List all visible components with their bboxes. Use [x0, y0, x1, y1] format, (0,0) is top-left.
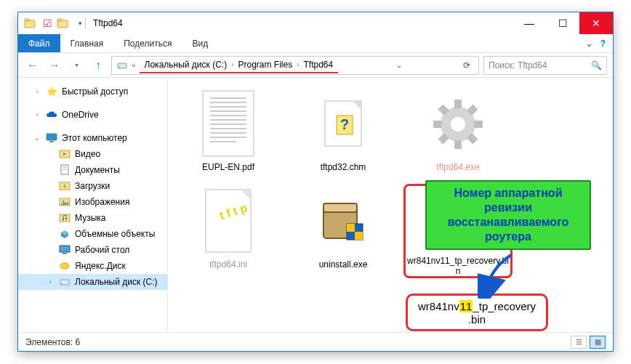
- crumb-program-files[interactable]: Program Files: [236, 60, 294, 70]
- svg-rect-59: [347, 224, 355, 232]
- back-button[interactable]: ←: [24, 57, 41, 74]
- svg-rect-60: [355, 232, 363, 240]
- nav-label: Изображения: [75, 197, 129, 207]
- nav-quick-access[interactable]: › ⭐ Быстрый доступ: [18, 84, 167, 100]
- svg-rect-7: [49, 141, 54, 142]
- nav-label: Яндекс.Диск: [75, 261, 126, 271]
- ribbon-controls: ⌄ ?: [585, 34, 613, 52]
- pc-icon: [46, 132, 57, 144]
- music-icon: [59, 212, 71, 224]
- nav-label: Этот компьютер: [62, 133, 127, 143]
- svg-rect-26: [61, 283, 63, 284]
- svg-point-18: [65, 218, 67, 219]
- nav-yandex-disk[interactable]: Яндекс.Диск: [18, 258, 167, 274]
- window-controls: — ☐ ✕: [513, 12, 613, 34]
- nav-local-disk-c[interactable]: › Локальный диск (C:): [18, 274, 167, 290]
- pictures-icon: [59, 196, 71, 208]
- large-icons-view-button[interactable]: ▦: [590, 336, 606, 349]
- ini-icon: t f t p: [193, 187, 263, 256]
- tab-file[interactable]: Файл: [18, 34, 60, 52]
- recent-locations-button[interactable]: ▾: [68, 57, 85, 74]
- documents-icon: [59, 164, 71, 176]
- cloud-icon: [46, 109, 57, 121]
- search-input[interactable]: Поиск: Tftpd64 🔍: [483, 56, 607, 75]
- svg-rect-47: [474, 121, 483, 128]
- svg-rect-3: [57, 19, 62, 21]
- cube-icon: [59, 228, 71, 240]
- crumb-local-disk[interactable]: Локальный диск (C:): [142, 60, 230, 70]
- downloads-icon: [59, 180, 71, 192]
- maximize-button[interactable]: ☐: [546, 12, 579, 34]
- tab-share[interactable]: Поделиться: [113, 34, 182, 52]
- star-icon: ⭐: [46, 86, 57, 97]
- address-history-dropdown[interactable]: ⌄: [393, 61, 406, 69]
- filename-ext: .bin: [468, 313, 486, 325]
- qat-menu-caret-icon[interactable]: ▾: [79, 20, 82, 27]
- svg-rect-57: [323, 203, 357, 212]
- nav-label: Видео: [75, 149, 100, 159]
- svg-rect-27: [203, 91, 254, 156]
- navigation-pane: › ⭐ Быстрый доступ › OneDrive ⌄ Этот ком…: [18, 78, 168, 332]
- gear-icon: [423, 89, 493, 159]
- svg-rect-22: [60, 246, 70, 252]
- filename-prefix: wr841nv: [418, 300, 459, 312]
- file-tftpd64-ini[interactable]: t f t p tftpd64.ini: [174, 184, 283, 278]
- file-tftpd32-chm[interactable]: ? tftpd32.chm: [289, 86, 398, 181]
- close-button[interactable]: ✕: [579, 12, 613, 34]
- file-eupl-pdf[interactable]: EUPL-EN.pdf: [174, 86, 283, 181]
- annotation-arrow-icon: [478, 254, 518, 299]
- help-icon[interactable]: ?: [600, 39, 606, 49]
- nav-label: Загрузки: [75, 181, 110, 191]
- tab-home[interactable]: Главная: [60, 34, 114, 52]
- minimize-button[interactable]: —: [513, 12, 546, 34]
- file-tftpd64-exe[interactable]: tftpd64.exe: [403, 86, 513, 181]
- search-placeholder: Поиск: Tftpd64: [489, 60, 547, 70]
- tab-view[interactable]: Вид: [182, 34, 218, 52]
- status-elements-count: Элементов: 6: [25, 337, 80, 347]
- search-icon: 🔍: [591, 60, 602, 70]
- uninstall-icon: [308, 187, 378, 256]
- chevron-right-icon[interactable]: ›: [33, 111, 41, 118]
- svg-point-17: [63, 219, 64, 220]
- nav-desktop[interactable]: Рабочий стол: [18, 242, 167, 258]
- address-bar[interactable]: « Локальный диск (C:) › Program Files › …: [111, 56, 479, 75]
- file-uninstall-exe[interactable]: uninstall.exe: [289, 184, 398, 278]
- disk-icon: [116, 60, 128, 71]
- nav-documents[interactable]: Документы: [18, 162, 167, 178]
- chevron-right-icon[interactable]: ›: [46, 278, 55, 286]
- nav-label: Быстрый доступ: [62, 86, 128, 97]
- annotation-callout: Номер аппаратной ревизии восстанавливаем…: [425, 180, 591, 250]
- crumb-tftpd64[interactable]: Tftpd64: [302, 60, 336, 70]
- chevron-left-icon: «: [129, 61, 138, 69]
- filename-suffix: _tp_recovery: [473, 300, 536, 312]
- chevron-right-icon: ›: [294, 60, 301, 68]
- status-bar: Элементов: 6 ☰ ▦: [18, 332, 613, 351]
- file-label: tftpd64.exe: [436, 162, 479, 172]
- svg-rect-1: [25, 19, 29, 21]
- refresh-button[interactable]: ⟳: [459, 60, 474, 70]
- chm-icon: ?: [308, 89, 378, 159]
- nav-music[interactable]: Музыка: [18, 210, 167, 226]
- svg-point-24: [60, 263, 69, 269]
- nav-this-pc[interactable]: ⌄ Этот компьютер: [18, 130, 167, 146]
- checkbox-qat-icon[interactable]: ☑: [43, 17, 52, 29]
- address-row: ← → ▾ ↑ « Локальный диск (C:) › Program …: [18, 53, 613, 78]
- nav-downloads[interactable]: Загрузки: [18, 178, 167, 194]
- divider: [85, 17, 86, 29]
- nav-pictures[interactable]: Изображения: [18, 194, 167, 210]
- svg-rect-44: [454, 100, 462, 108]
- chevron-down-icon[interactable]: ⌄: [33, 134, 41, 142]
- svg-point-15: [63, 201, 65, 203]
- nav-videos[interactable]: Видео: [18, 146, 167, 162]
- file-label: EUPL-EN.pdf: [202, 162, 254, 172]
- quick-access-toolbar: ☑ ▾: [24, 17, 82, 29]
- yandex-disk-icon: [59, 260, 71, 272]
- up-button[interactable]: ↑: [89, 57, 107, 74]
- chevron-right-icon: ›: [229, 60, 236, 68]
- forward-button[interactable]: →: [46, 57, 63, 74]
- chevron-right-icon[interactable]: ›: [33, 88, 41, 95]
- ribbon-expand-icon[interactable]: ⌄: [585, 38, 593, 49]
- nav-onedrive[interactable]: › OneDrive: [18, 107, 167, 123]
- details-view-button[interactable]: ☰: [571, 336, 587, 349]
- nav-3d-objects[interactable]: Объемные объекты: [18, 226, 167, 242]
